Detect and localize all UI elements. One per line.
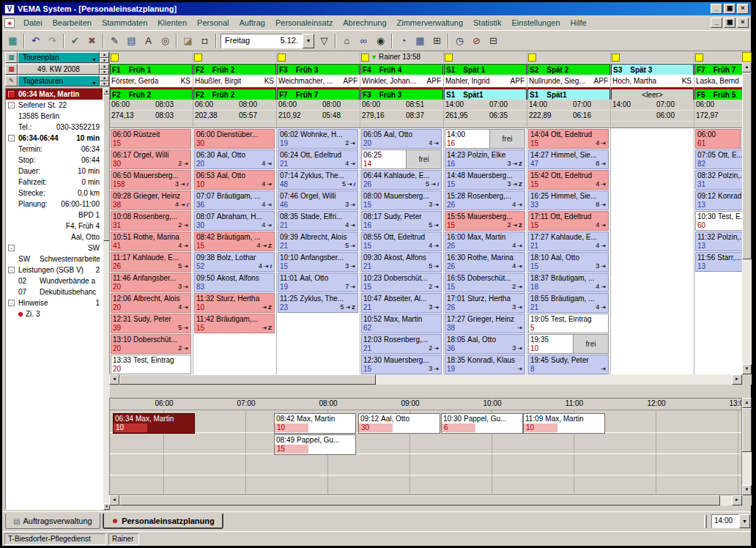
- appointment[interactable]: 13:10Doberschüt...202⇥: [111, 334, 191, 354]
- appointment[interactable]: 17:27Grieger, Heinz38⇥: [445, 314, 525, 333]
- shift-header-bottom[interactable]: S1Spät1: [444, 89, 527, 100]
- appointment[interactable]: 09:28Grieger, Heinz384⇥i: [111, 190, 191, 210]
- expander-icon[interactable]: -: [8, 102, 15, 108]
- appointment[interactable]: 19:45Sudy, Peter8⇥: [528, 355, 609, 374]
- appointment[interactable]: 18:10Aal, Otto153⇥: [528, 252, 609, 272]
- mdi-minimize-icon[interactable]: _: [711, 18, 722, 28]
- appointment[interactable]: 06:0061frei: [695, 129, 742, 149]
- shift-header-bottom[interactable]: F5Früh 5: [694, 89, 742, 100]
- time-selector[interactable]: 14:00 ▼: [711, 514, 750, 528]
- menu-item-personal[interactable]: Personal: [192, 17, 234, 29]
- appointment[interactable]: 08:00Mauersberg...153⇥: [361, 190, 442, 210]
- scroll-up-icon[interactable]: ▲: [742, 62, 752, 73]
- menu-item-zimmerverwaltung[interactable]: Zimmerverwaltung: [392, 17, 468, 29]
- menu-item-hilfe[interactable]: Hilfe: [566, 17, 592, 29]
- views-icon[interactable]: ▦: [4, 33, 21, 49]
- detail-row[interactable]: Aal, Otto: [6, 232, 103, 242]
- shift-header-top[interactable]: S1Spät 1: [444, 64, 527, 75]
- restore-icon[interactable]: ▣: [724, 4, 735, 14]
- appointment[interactable]: 11:46Anfangsber...203⇥: [111, 273, 191, 292]
- calculator-icon[interactable]: ⊞: [429, 33, 445, 49]
- timeline-horizontal-scrollbar[interactable]: ◄ ►: [109, 495, 742, 506]
- home-icon[interactable]: ⌂: [338, 33, 355, 49]
- chevron-down-icon[interactable]: ▼: [92, 55, 97, 63]
- shift-header-bottom[interactable]: F7Früh 7: [277, 89, 360, 100]
- appointment[interactable]: 08:55Ott, Edeltrud154⇥: [361, 232, 442, 251]
- stamp-icon[interactable]: ◘: [196, 33, 213, 49]
- appointment[interactable]: 18:55Bräutigam, ...214⇥: [528, 293, 609, 313]
- detail-row[interactable]: Stop:06:44: [6, 155, 103, 166]
- menu-item-bearbeiten[interactable]: Bearbeiten: [48, 17, 97, 29]
- expander-icon[interactable]: -: [8, 245, 15, 251]
- pencil-icon[interactable]: ✎: [5, 75, 18, 86]
- column-marker[interactable]: [445, 53, 453, 62]
- scroll-thumb[interactable]: [119, 495, 720, 506]
- appointment[interactable]: 11:17Kahlaude, E...265⇥: [111, 252, 191, 272]
- expander-icon[interactable]: -: [8, 267, 15, 273]
- appointment[interactable]: 06:53Aal, Otto104⇥: [194, 170, 275, 190]
- appointment[interactable]: 06:00Dienstüber...30: [194, 129, 275, 149]
- appointment[interactable]: 08:42Bräutigam, ...154⇥Z: [194, 232, 275, 251]
- timeline-appointment[interactable]: 11:09Max, Martin10: [523, 413, 605, 434]
- column-marker[interactable]: [612, 53, 620, 62]
- appointment[interactable]: 10:51Rothe, Marina414⇥: [111, 232, 191, 251]
- filter-icon[interactable]: ▽: [316, 33, 333, 49]
- appointment[interactable]: 09:50Akost, Alfons83: [194, 273, 275, 292]
- timeline-appointment[interactable]: 09:12Aal, Otto30: [358, 413, 440, 434]
- shift-header-top[interactable]: F1Früh 1: [110, 64, 193, 75]
- scroll-thumb[interactable]: [742, 408, 752, 452]
- appointment[interactable]: 06:24Ott, Edeltrud214⇥: [278, 149, 358, 169]
- menu-item-abrechnung[interactable]: Abrechnung: [338, 17, 391, 29]
- appointment[interactable]: 19:3510frei: [528, 334, 609, 354]
- scroll-thumb[interactable]: [119, 374, 376, 385]
- appointment[interactable]: 18:37Bräutigam, ...184⇥: [528, 273, 609, 292]
- appointment[interactable]: 14:04Ott, Edeltrud154⇥: [528, 129, 609, 149]
- shift-header-bottom[interactable]: F2Früh 2: [193, 89, 276, 100]
- cancel-plan-icon[interactable]: ⊘: [468, 33, 485, 49]
- appointment[interactable]: 14:27Himmel, Sie...478⇥: [528, 149, 609, 169]
- detail-row[interactable]: Strecke:0,0 km: [6, 188, 103, 199]
- appointment[interactable]: 14:0016frei: [445, 129, 525, 149]
- menu-item-einstellungen[interactable]: Einstellungen: [507, 17, 566, 29]
- scroll-thumb[interactable]: [742, 73, 752, 259]
- undo-icon[interactable]: ↶: [27, 33, 44, 49]
- detail-row[interactable]: 13585 Berlin: [6, 111, 103, 122]
- detail-row[interactable]: 07Dekubitusbehanc: [6, 286, 103, 297]
- menu-item-datei[interactable]: Datei: [18, 17, 48, 29]
- plan-form-icon[interactable]: ▤: [123, 33, 140, 49]
- menu-item-statistik[interactable]: Statistik: [468, 17, 507, 29]
- appointment[interactable]: 06:00Rüstzeit15: [111, 129, 191, 149]
- shift-header-bottom[interactable]: F3Früh 3: [360, 89, 443, 100]
- detail-row[interactable]: BPD 1: [6, 210, 103, 221]
- employee-name[interactable]: Mahler, IngridAPF: [444, 75, 527, 89]
- day-selector[interactable]: Tagestouren ▼: [18, 75, 100, 86]
- appointment[interactable]: 09:38Bolz, Lothar524⇥i: [194, 252, 275, 272]
- detail-row[interactable]: Planung:06:00-11:00: [6, 199, 103, 210]
- detail-row[interactable]: Termin:06:34: [6, 144, 103, 155]
- detail-row[interactable]: -SW: [6, 242, 103, 253]
- minimize-icon[interactable]: _: [711, 4, 722, 14]
- appointment[interactable]: 10:47Abseiter, Al...213⇥: [361, 293, 442, 313]
- toolbar-grip[interactable]: [704, 515, 707, 528]
- menu-item-personaleinsatz[interactable]: Personaleinsatz: [270, 17, 338, 29]
- timeline-appointment-selected[interactable]: 06:34Max, Martin10: [113, 413, 195, 434]
- shift-header-top[interactable]: F7Früh 7: [694, 64, 742, 75]
- appointment[interactable]: 15:28Rosenberg,...264⇥: [445, 190, 525, 210]
- appointment[interactable]: 09:30Akost, Alfons215⇥: [361, 252, 442, 272]
- menu-item-klienten[interactable]: Klienten: [152, 17, 192, 29]
- appointment[interactable]: 18:35Konradi, Klaus19⇥: [445, 355, 525, 374]
- shift-header-top[interactable]: F3Früh 3: [277, 64, 360, 75]
- appointment[interactable]: 14:48Mauersberg...153⇥Z: [445, 170, 525, 190]
- detail-row[interactable]: F4, Früh 4: [6, 221, 103, 232]
- selected-tour-stop[interactable]: 06:34 Max, Martin: [6, 89, 103, 100]
- appointment[interactable]: 09:39Albrecht, Alois215⇥: [278, 232, 358, 251]
- magnifier-icon[interactable]: ◎: [157, 33, 174, 49]
- shift-header-bottom[interactable]: <leer>: [611, 89, 694, 100]
- column-marker[interactable]: [528, 53, 536, 62]
- appointment[interactable]: 11:56Starr,...134⇥: [695, 252, 742, 272]
- scroll-right-icon[interactable]: ►: [732, 374, 742, 385]
- detail-row[interactable]: 02Wundverbände a: [6, 275, 103, 286]
- detail-row[interactable]: -06:34-06:4410 min: [6, 133, 103, 144]
- appointment[interactable]: 06:30Aal, Otto204⇥: [194, 149, 275, 169]
- appointment[interactable]: 07:07Bräutigam, ...364⇥: [194, 190, 275, 210]
